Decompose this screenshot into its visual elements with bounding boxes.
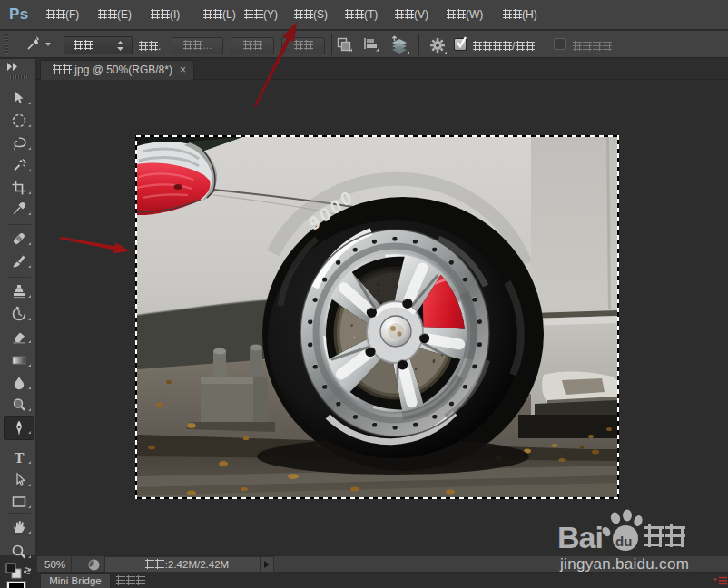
- svg-text:du: du: [615, 534, 632, 549]
- svg-text:Bai: Bai: [557, 520, 603, 554]
- svg-text:T: T: [15, 450, 25, 466]
